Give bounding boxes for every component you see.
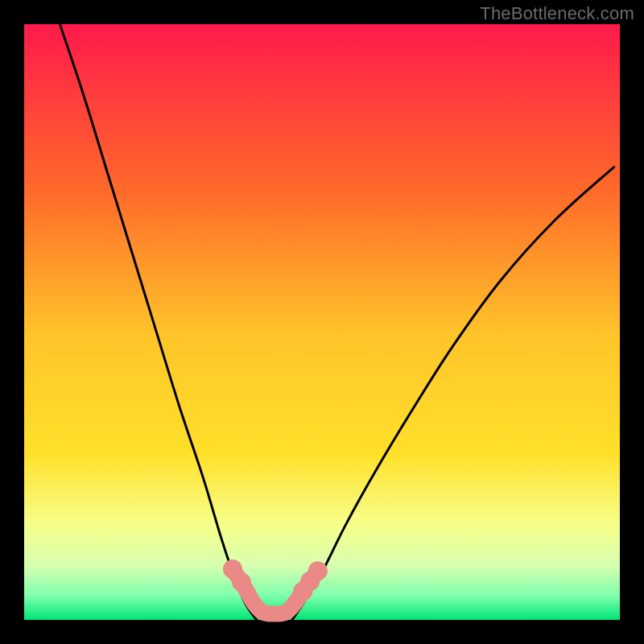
- valley-marker-left-1: [232, 572, 251, 592]
- valley-marker-right-2: [308, 561, 328, 580]
- plot-background: [24, 24, 620, 620]
- chart-frame: TheBottleneck.com: [0, 0, 644, 644]
- watermark-label: TheBottleneck.com: [480, 3, 634, 24]
- chart-svg: [0, 0, 644, 644]
